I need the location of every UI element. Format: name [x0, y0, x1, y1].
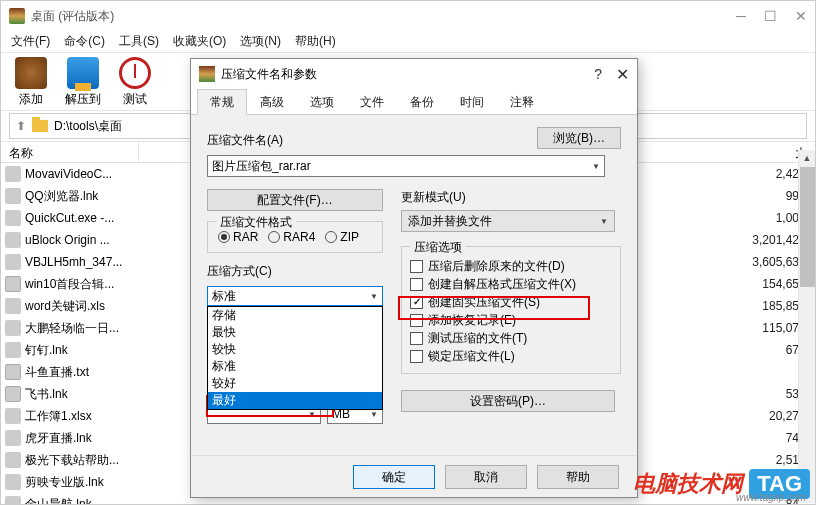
method-value: 标准 — [212, 288, 236, 305]
file-name: word关键词.xls — [25, 298, 143, 315]
checkbox-icon — [410, 260, 423, 273]
dialog-icon — [199, 66, 215, 82]
method-option[interactable]: 最快 — [208, 324, 382, 341]
up-icon[interactable]: ⬆ — [16, 119, 26, 133]
file-name: 钉钉.lnk — [25, 342, 143, 359]
file-icon — [5, 298, 21, 314]
watermark-url: www.tagxp.com — [736, 492, 806, 503]
method-dropdown[interactable]: 存储最快较快标准较好最好 — [207, 306, 383, 410]
file-name: QQ浏览器.lnk — [25, 188, 143, 205]
file-name: 斗鱼直播.txt — [25, 364, 143, 381]
file-name: 大鹏轻场临一日... — [25, 320, 143, 337]
menu-tools[interactable]: 工具(S) — [119, 33, 159, 50]
file-icon — [5, 276, 21, 292]
titlebar: 桌面 (评估版本) ─ ☐ ✕ — [1, 1, 815, 31]
checkbox-icon — [410, 278, 423, 291]
file-icon — [5, 254, 21, 270]
profile-button[interactable]: 配置文件(F)… — [207, 189, 383, 211]
radio-rar4[interactable]: RAR4 — [268, 230, 315, 244]
method-option[interactable]: 较快 — [208, 341, 382, 358]
tab-advanced[interactable]: 高级 — [247, 89, 297, 114]
file-name: 剪映专业版.lnk — [25, 474, 143, 491]
password-button[interactable]: 设置密码(P)… — [401, 390, 615, 412]
help-button[interactable]: 帮助 — [537, 465, 619, 489]
method-label: 压缩方式(C) — [207, 263, 383, 280]
path-text: D:\tools\桌面 — [54, 118, 122, 135]
maximize-button[interactable]: ☐ — [764, 8, 777, 24]
menu-help[interactable]: 帮助(H) — [295, 33, 336, 50]
file-icon — [5, 474, 21, 490]
scroll-up-icon[interactable]: ▲ — [799, 150, 815, 167]
file-name: 虎牙直播.lnk — [25, 430, 143, 447]
check-delete-after[interactable]: 压缩后删除原来的文件(D) — [410, 257, 612, 275]
radio-zip[interactable]: ZIP — [325, 230, 359, 244]
file-icon — [5, 408, 21, 424]
test-button[interactable]: 测试 — [119, 57, 151, 108]
tab-backup[interactable]: 备份 — [397, 89, 447, 114]
radio-icon — [268, 231, 280, 243]
method-option[interactable]: 标准 — [208, 358, 382, 375]
check-test[interactable]: 测试压缩的文件(T) — [410, 329, 612, 347]
check-recovery[interactable]: 添加恢复记录(E) — [410, 311, 612, 329]
method-combo[interactable]: 标准 ▼ 存储最快较快标准较好最好 — [207, 286, 383, 306]
extract-label: 解压到 — [65, 91, 101, 108]
filename-value: 图片压缩包_rar.rar — [212, 158, 311, 175]
check-solid[interactable]: 创建固实压缩文件(S) — [410, 293, 612, 311]
tab-time[interactable]: 时间 — [447, 89, 497, 114]
file-icon — [5, 386, 21, 402]
format-groupbox: 压缩文件格式 RAR RAR4 ZIP — [207, 221, 383, 253]
extract-icon — [67, 57, 99, 89]
menu-favorites[interactable]: 收藏夹(O) — [173, 33, 226, 50]
file-icon — [5, 232, 21, 248]
update-combo[interactable]: 添加并替换文件 ▼ — [401, 210, 615, 232]
test-label: 测试 — [123, 91, 147, 108]
file-name: 工作簿1.xlsx — [25, 408, 143, 425]
file-icon — [5, 364, 21, 380]
checkbox-icon — [410, 314, 423, 327]
method-option[interactable]: 存储 — [208, 307, 382, 324]
tab-options[interactable]: 选项 — [297, 89, 347, 114]
dialog-footer: 确定 取消 帮助 — [191, 455, 637, 497]
chevron-down-icon: ▼ — [308, 410, 316, 419]
menubar: 文件(F) 命令(C) 工具(S) 收藏夹(O) 选项(N) 帮助(H) — [1, 31, 815, 53]
ok-button[interactable]: 确定 — [353, 465, 435, 489]
check-lock[interactable]: 锁定压缩文件(L) — [410, 347, 612, 365]
add-label: 添加 — [19, 91, 43, 108]
col-name[interactable]: 名称 — [1, 142, 139, 162]
minimize-button[interactable]: ─ — [736, 8, 746, 24]
method-option[interactable]: 最好 — [208, 392, 382, 409]
filename-input[interactable]: 图片压缩包_rar.rar ▼ — [207, 155, 605, 177]
close-button[interactable]: ✕ — [795, 8, 807, 24]
watermark-text: 电脑技术网 — [633, 469, 743, 499]
menu-options[interactable]: 选项(N) — [240, 33, 281, 50]
tab-files[interactable]: 文件 — [347, 89, 397, 114]
extract-button[interactable]: 解压到 — [65, 57, 101, 108]
file-name: win10首段合辑... — [25, 276, 143, 293]
chevron-down-icon: ▼ — [370, 410, 378, 419]
help-icon[interactable]: ? — [594, 66, 602, 82]
checkbox-icon — [410, 296, 423, 309]
menu-command[interactable]: 命令(C) — [64, 33, 105, 50]
radio-rar[interactable]: RAR — [218, 230, 258, 244]
chevron-down-icon: ▼ — [370, 292, 378, 301]
file-name: uBlock Origin ... — [25, 233, 143, 247]
scroll-thumb[interactable] — [800, 167, 815, 287]
file-name: QuickCut.exe -... — [25, 211, 143, 225]
chevron-down-icon: ▼ — [592, 162, 600, 171]
add-button[interactable]: 添加 — [15, 57, 47, 108]
menu-file[interactable]: 文件(F) — [11, 33, 50, 50]
vertical-scrollbar[interactable]: ▲ ▼ — [798, 150, 815, 503]
browse-button[interactable]: 浏览(B)… — [537, 127, 621, 149]
folder-icon — [32, 120, 48, 132]
cancel-button[interactable]: 取消 — [445, 465, 527, 489]
file-icon — [5, 496, 21, 504]
add-icon — [15, 57, 47, 89]
dialog-close-icon[interactable]: ✕ — [616, 65, 629, 84]
method-option[interactable]: 较好 — [208, 375, 382, 392]
tab-comment[interactable]: 注释 — [497, 89, 547, 114]
update-value: 添加并替换文件 — [408, 213, 492, 230]
window-title: 桌面 (评估版本) — [31, 8, 736, 25]
tab-general[interactable]: 常规 — [197, 89, 247, 115]
check-sfx[interactable]: 创建自解压格式压缩文件(X) — [410, 275, 612, 293]
radio-icon — [218, 231, 230, 243]
